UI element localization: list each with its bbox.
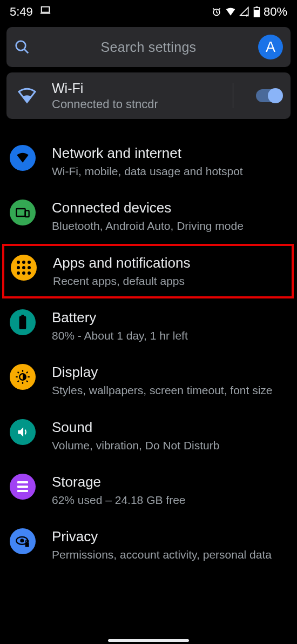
wifi-icon	[10, 145, 36, 171]
svg-rect-15	[19, 316, 26, 329]
wifi-title: Wi-Fi	[52, 81, 215, 96]
devices-icon	[10, 200, 36, 225]
item-title: Storage	[52, 474, 288, 490]
nav-pill-icon	[108, 639, 189, 642]
search-bar[interactable]: Search settings A	[6, 27, 291, 67]
status-bar: 5:49 80%	[0, 0, 297, 22]
settings-item-display[interactable]: Display Styles, wallpapers, screen timeo…	[1, 353, 297, 408]
item-subtitle: Permissions, account activity, personal …	[52, 547, 279, 562]
svg-point-26	[20, 539, 24, 543]
svg-rect-1	[40, 13, 50, 14]
svg-line-23	[18, 381, 19, 382]
item-subtitle: Wi-Fi, mobile, data usage and hotspot	[52, 164, 279, 179]
item-subtitle: 62% used – 24.18 GB free	[52, 493, 279, 508]
svg-rect-0	[41, 7, 49, 12]
item-title: Display	[52, 364, 288, 381]
battery-icon	[10, 309, 36, 335]
svg-line-22	[26, 381, 28, 382]
privacy-icon	[10, 528, 36, 554]
item-title: Battery	[52, 309, 288, 326]
apps-icon	[11, 255, 37, 281]
settings-item-sound[interactable]: Sound Volume, vibration, Do Not Disturb	[1, 408, 297, 463]
svg-rect-27	[25, 543, 29, 547]
settings-item-privacy[interactable]: Privacy Permissions, account activity, p…	[1, 517, 297, 572]
svg-point-10	[16, 41, 26, 51]
svg-line-4	[219, 8, 220, 10]
item-subtitle: Bluetooth, Android Auto, Driving mode	[52, 218, 279, 234]
item-title: Network and internet	[52, 145, 288, 162]
settings-item-storage[interactable]: Storage 62% used – 24.18 GB free	[1, 463, 297, 517]
avatar[interactable]: A	[258, 35, 283, 59]
item-title: Apps and notifications	[53, 255, 285, 271]
svg-line-6	[217, 12, 218, 14]
settings-item-battery[interactable]: Battery 80% - About 1 day, 1 hr left	[1, 298, 297, 353]
laptop-icon	[39, 4, 51, 19]
wifi-subtitle: Connected to stncdr	[52, 97, 215, 111]
wifi-status-icon	[225, 6, 236, 17]
storage-icon	[10, 474, 36, 500]
svg-rect-13	[25, 211, 29, 217]
svg-line-3	[213, 8, 214, 10]
svg-line-11	[24, 49, 29, 54]
alarm-icon	[211, 6, 222, 17]
item-title: Connected devices	[52, 200, 288, 216]
svg-rect-9	[254, 10, 259, 17]
item-subtitle: Volume, vibration, Do Not Disturb	[52, 438, 279, 453]
svg-line-21	[18, 372, 19, 373]
search-icon	[14, 39, 39, 55]
wifi-tile[interactable]: Wi-Fi Connected to stncdr	[6, 72, 291, 119]
settings-item-devices[interactable]: Connected devices Bluetooth, Android Aut…	[1, 189, 297, 243]
display-icon	[10, 364, 36, 390]
settings-item-apps[interactable]: Apps and notifications Recent apps, defa…	[2, 244, 294, 298]
clock: 5:49	[10, 5, 33, 19]
svg-rect-12	[16, 209, 25, 216]
settings-item-network[interactable]: Network and internet Wi-Fi, mobile, data…	[1, 134, 297, 189]
battery-pct: 80%	[264, 5, 287, 19]
settings-list: Network and internet Wi-Fi, mobile, data…	[0, 134, 297, 573]
nav-bar[interactable]	[0, 639, 297, 642]
wifi-icon	[15, 86, 39, 105]
svg-line-24	[26, 372, 28, 373]
wifi-divider	[233, 83, 233, 108]
item-subtitle: Recent apps, default apps	[53, 274, 280, 289]
item-title: Privacy	[52, 528, 288, 545]
item-subtitle: 80% - About 1 day, 1 hr left	[52, 328, 279, 343]
avatar-letter: A	[266, 39, 275, 56]
item-title: Sound	[52, 419, 288, 436]
wifi-toggle[interactable]	[256, 89, 282, 102]
signal-icon	[239, 6, 250, 17]
item-subtitle: Styles, wallpapers, screen timeout, font…	[52, 383, 279, 398]
battery-status-icon	[253, 6, 260, 17]
search-placeholder: Search settings	[39, 39, 258, 55]
svg-rect-14	[21, 315, 24, 316]
sound-icon	[10, 419, 36, 445]
